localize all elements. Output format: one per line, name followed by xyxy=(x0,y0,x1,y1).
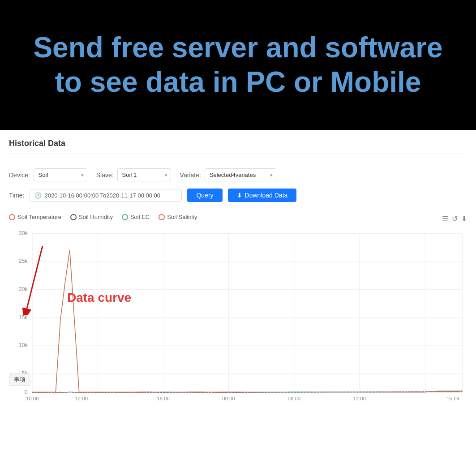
device-label: Device: xyxy=(9,172,30,179)
slave-label: Slave: xyxy=(96,172,114,179)
controls-row1: Device: Soil Slave: Soil 1 Variate: xyxy=(9,168,467,181)
time-label: Time: xyxy=(9,192,24,199)
legend-soil-humidity-label: Soil Humidity xyxy=(79,214,113,220)
svg-text:15:04: 15:04 xyxy=(446,396,459,400)
svg-line-1 xyxy=(27,246,43,309)
annotation-arrow xyxy=(18,244,58,317)
chart-svg: 30k 25k 20k 15k 10k 5k 0 xyxy=(9,226,467,400)
svg-text:30k: 30k xyxy=(19,230,28,236)
legend-soil-ec-icon xyxy=(122,214,128,220)
svg-text:18:00: 18:00 xyxy=(157,396,170,400)
legend-soil-temperature: Soil Temperature xyxy=(9,214,61,220)
slave-select[interactable]: Soil 1 xyxy=(117,168,171,181)
time-range-input[interactable]: 🕐 2020-10-16 00:00:00 To2020-11-17 00:00… xyxy=(30,189,182,202)
controls-area: Device: Soil Slave: Soil 1 Variate: xyxy=(9,161,467,209)
chart-legend: Soil Temperature Soil Humidity Soil EC S… xyxy=(9,214,197,220)
context-menu[interactable]: 事项 xyxy=(9,373,30,386)
controls-row2: Time: 🕐 2020-10-16 00:00:00 To2020-11-17… xyxy=(9,189,467,202)
legend-soil-salinity-label: Soil Salinity xyxy=(167,214,197,220)
section-title: Historical Data xyxy=(9,139,467,154)
legend-soil-ec: Soil EC xyxy=(122,214,150,220)
svg-text:0: 0 xyxy=(25,389,28,395)
download-icon: ⬇ xyxy=(237,192,242,199)
hero-text: Send free server and software to see dat… xyxy=(33,30,442,99)
data-curve-label: Data curve xyxy=(67,291,131,305)
download-button-label: Download Data xyxy=(245,192,288,199)
legend-soil-ec-label: Soil EC xyxy=(130,214,150,220)
svg-text:10k: 10k xyxy=(19,342,28,348)
variate-field: Variate: Selected4variates xyxy=(180,168,276,181)
svg-text:10:00: 10:00 xyxy=(26,396,39,400)
chart-wrapper: Data curve 事项 30k 25k 20k 15k 10k 5k 0 xyxy=(9,226,467,400)
svg-text:06:00: 06:00 xyxy=(287,396,300,400)
device-select-wrapper: Soil xyxy=(34,168,87,181)
svg-text:00:00: 00:00 xyxy=(222,396,235,400)
legend-soil-humidity: Soil Humidity xyxy=(70,214,113,220)
clock-icon: 🕐 xyxy=(34,192,42,199)
hero-banner: Send free server and software to see dat… xyxy=(0,0,476,130)
legend-soil-salinity-icon xyxy=(159,214,165,220)
legend-soil-temperature-label: Soil Temperature xyxy=(17,214,61,220)
variate-select-wrapper: Selected4variates xyxy=(205,168,276,181)
device-field: Device: Soil xyxy=(9,168,87,181)
download-button[interactable]: ⬇ Download Data xyxy=(228,189,297,202)
chart-table-btn[interactable]: ☰ xyxy=(442,214,448,223)
variate-label: Variate: xyxy=(180,172,201,179)
legend-soil-temperature-icon xyxy=(9,214,15,220)
chart-download-btn[interactable]: ⬇ xyxy=(461,214,467,223)
main-content: Historical Data Device: Soil Slave: Soil… xyxy=(0,130,476,400)
svg-text:12:00: 12:00 xyxy=(353,396,366,400)
legend-soil-humidity-icon xyxy=(70,214,77,220)
query-button[interactable]: Query xyxy=(187,189,222,202)
device-select[interactable]: Soil xyxy=(34,168,87,181)
slave-field: Slave: Soil 1 xyxy=(96,168,171,181)
legend-soil-salinity: Soil Salinity xyxy=(159,214,197,220)
chart-toolbar: ☰ ↺ ⬇ xyxy=(442,214,467,223)
slave-select-wrapper: Soil 1 xyxy=(117,168,171,181)
time-range-text: 2020-10-16 00:00:00 To2020-11-17 00:00:0… xyxy=(44,192,160,199)
svg-text:12:00: 12:00 xyxy=(75,396,88,400)
variate-select[interactable]: Selected4variates xyxy=(205,168,276,181)
chart-container: Soil Temperature Soil Humidity Soil EC S… xyxy=(9,214,467,400)
chart-refresh-btn[interactable]: ↺ xyxy=(452,214,458,223)
